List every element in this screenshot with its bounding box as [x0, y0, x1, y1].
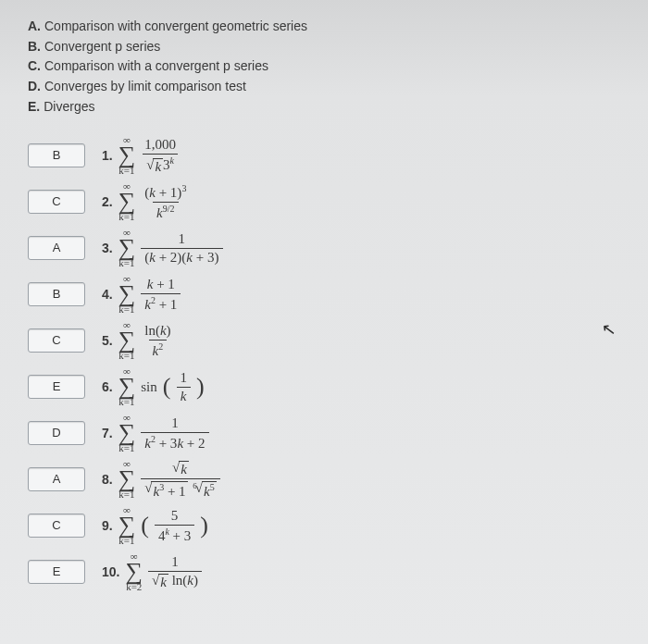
left-paren-icon: ( [141, 514, 149, 538]
option-b: B. Convergent p series [28, 37, 620, 57]
problem-row-9: C 9. ∞∑k=1 ( 5 4k + 3 ) [28, 503, 620, 548]
answer-key-options: A. Comparison with convergent geometric … [28, 17, 620, 117]
fraction: (k + 1)3 k9/2 [141, 183, 190, 220]
answer-input-10[interactable]: E [28, 560, 85, 584]
option-text: Comparison with a convergent p series [44, 56, 268, 77]
problem-row-4: B 4. ∞∑k=1 k + 1 k2 + 1 [28, 272, 620, 316]
answer-input-7[interactable]: D [28, 421, 85, 445]
problem-number: 7. [102, 426, 113, 440]
problem-row-6: E 6. ∞∑k=1 sin ( 1 k ) [28, 365, 620, 409]
left-paren-icon: ( [163, 375, 171, 399]
sigma-icon: ∞∑k=2 [125, 551, 143, 592]
problem-row-8: A 8. ∞∑k=1 k k3 + 1 6k5 [28, 457, 620, 502]
problem-number: 5. [102, 333, 113, 348]
problem-row-3: A 3. ∞∑k=1 1 (k + 2)(k + 3) [28, 226, 620, 270]
answer-input-3[interactable]: A [28, 236, 85, 260]
problem-row-7: D 7. ∞∑k=1 1 k2 + 3k + 2 [28, 411, 620, 455]
sin-fn: sin [141, 379, 157, 395]
fraction: 1 (k + 2)(k + 3) [141, 231, 222, 265]
cursor-icon: ↖ [601, 318, 617, 341]
fraction: 1 k [176, 370, 191, 403]
right-paren-icon: ) [200, 514, 208, 538]
option-d: D. Converges by limit comparison test [28, 77, 620, 97]
right-paren-icon: ) [196, 375, 205, 399]
problem-number: 6. [102, 379, 113, 394]
fraction: 1 k2 + 3k + 2 [141, 415, 208, 451]
problem-number: 2. [102, 194, 113, 209]
fraction: k + 1 k2 + 1 [141, 277, 181, 312]
sigma-icon: ∞∑k=1 [118, 181, 136, 222]
option-letter: B. [28, 37, 41, 57]
answer-input-8[interactable]: A [28, 467, 85, 491]
option-text: Converges by limit comparison test [44, 77, 246, 97]
fraction: k k3 + 1 6k5 [141, 460, 220, 499]
problem-row-1: B 1. ∞∑k=1 1,000 k3k [28, 133, 620, 178]
fraction: 5 4k + 3 [155, 508, 194, 543]
problem-number: 1. [102, 148, 113, 163]
answer-input-4[interactable]: B [28, 282, 85, 306]
answer-input-5[interactable]: C [28, 328, 85, 353]
option-e: E. Diverges [28, 97, 620, 118]
answer-input-2[interactable]: C [28, 190, 85, 214]
option-text: Diverges [44, 97, 94, 118]
problem-row-10: E 10. ∞∑k=2 1 k ln(k) [28, 550, 620, 594]
problem-number: 8. [102, 472, 113, 487]
sigma-icon: ∞∑k=1 [118, 413, 136, 453]
problem-number: 3. [102, 241, 113, 255]
sigma-icon: ∞∑k=1 [118, 505, 136, 546]
fraction: 1,000 k3k [141, 137, 180, 174]
option-letter: D. [28, 77, 41, 97]
problem-row-5: C 5. ∞∑k=1 ln(k) k2 [28, 318, 620, 363]
option-c: C. Comparison with a convergent p series [28, 56, 620, 77]
sigma-icon: ∞∑k=1 [118, 366, 136, 407]
option-a: A. Comparison with convergent geometric … [28, 17, 620, 37]
problem-number: 9. [102, 518, 113, 533]
sigma-icon: ∞∑k=1 [118, 228, 136, 268]
problem-row-2: C 2. ∞∑k=1 (k + 1)3 k9/2 [28, 180, 620, 224]
option-letter: E. [28, 97, 40, 118]
sigma-icon: ∞∑k=1 [118, 274, 136, 315]
fraction: 1 k ln(k) [148, 554, 202, 589]
fraction: ln(k) k2 [141, 323, 174, 358]
answer-input-1[interactable]: B [28, 143, 85, 167]
option-letter: A. [28, 17, 41, 37]
sigma-icon: ∞∑k=1 [118, 459, 136, 500]
option-text: Convergent p series [44, 37, 160, 57]
problem-number: 4. [102, 287, 113, 302]
sigma-icon: ∞∑k=1 [118, 320, 136, 361]
option-text: Comparison with convergent geometric ser… [44, 17, 307, 37]
answer-input-9[interactable]: C [28, 514, 85, 538]
problem-number: 10. [102, 564, 119, 579]
option-letter: C. [28, 56, 41, 77]
problem-list: B 1. ∞∑k=1 1,000 k3k C 2. ∞∑k=1 (k + 1)3… [28, 133, 620, 594]
answer-input-6[interactable]: E [28, 375, 85, 399]
sigma-icon: ∞∑k=1 [118, 135, 136, 176]
